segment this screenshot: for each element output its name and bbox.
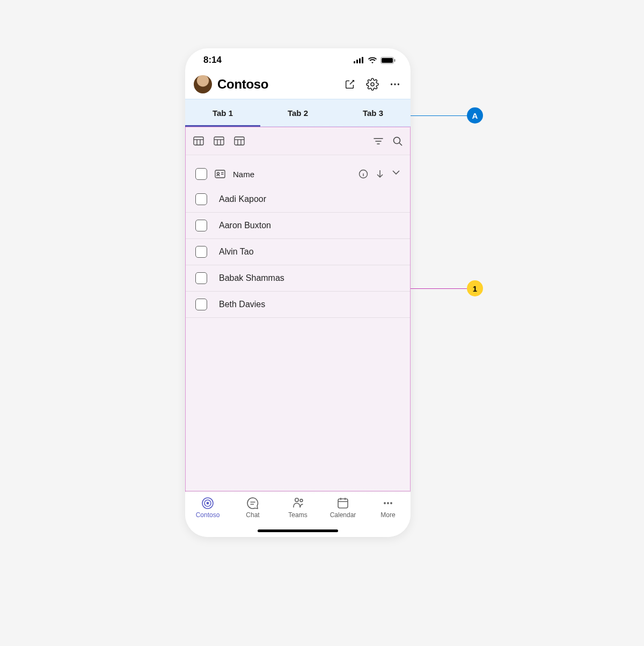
row-checkbox[interactable] — [195, 299, 207, 310]
tab-2[interactable]: Tab 2 — [260, 99, 335, 126]
svg-rect-43 — [338, 499, 348, 508]
row-name: Beth Davies — [219, 300, 265, 309]
svg-rect-1 — [356, 60, 358, 63]
chat-icon — [246, 496, 260, 510]
svg-rect-3 — [362, 57, 363, 63]
table-icon — [193, 136, 204, 146]
phone-frame: 8:14 Contoso Tab 1 Tab 2 Tab 3 — [185, 48, 411, 537]
list-section: Name Aadi Kapoor Aaron Buxton Alvin Tao — [186, 155, 410, 491]
nav-contoso[interactable]: Contoso — [185, 496, 230, 519]
nav-label: Chat — [246, 511, 259, 519]
svg-point-48 — [387, 502, 389, 504]
column-header-name[interactable]: Name — [233, 170, 254, 179]
nav-calendar[interactable]: Calendar — [320, 496, 365, 519]
svg-rect-2 — [359, 59, 361, 64]
svg-rect-5 — [382, 58, 393, 63]
list-item[interactable]: Beth Davies — [186, 292, 410, 318]
search-icon — [393, 136, 402, 146]
battery-icon — [380, 57, 396, 64]
view-grid-button-1[interactable] — [193, 136, 204, 146]
tab-3[interactable]: Tab 3 — [335, 99, 411, 126]
row-name: Aaron Buxton — [219, 221, 271, 230]
row-name: Babak Shammas — [219, 273, 284, 283]
view-grid-button-2[interactable] — [214, 136, 224, 146]
info-icon[interactable] — [358, 169, 368, 179]
row-checkbox[interactable] — [195, 220, 207, 231]
svg-point-42 — [300, 499, 303, 502]
open-external-button[interactable] — [343, 77, 357, 91]
teams-icon — [291, 496, 305, 510]
svg-point-41 — [295, 498, 298, 502]
nav-label: Teams — [288, 511, 307, 519]
more-icon — [389, 78, 401, 90]
svg-point-29 — [217, 172, 219, 175]
annotation-badge-a: A — [467, 107, 483, 124]
tab-bar: Tab 1 Tab 2 Tab 3 — [185, 99, 411, 127]
table-icon — [214, 136, 224, 146]
tab-label: Tab 2 — [288, 108, 308, 118]
settings-button[interactable] — [365, 77, 379, 91]
tab-label: Tab 3 — [363, 108, 383, 118]
avatar[interactable] — [194, 75, 212, 93]
svg-point-49 — [390, 502, 392, 504]
svg-point-7 — [371, 83, 374, 86]
open-external-icon — [344, 78, 356, 90]
svg-point-8 — [391, 83, 392, 85]
filter-button[interactable] — [374, 137, 383, 145]
status-time: 8:14 — [203, 55, 222, 66]
nav-label: Contoso — [196, 511, 220, 519]
chevron-down-icon[interactable] — [392, 169, 400, 176]
nav-more[interactable]: More — [365, 496, 411, 519]
list-item[interactable]: Aaron Buxton — [186, 213, 410, 239]
tab-1[interactable]: Tab 1 — [185, 99, 260, 126]
row-name: Alvin Tao — [219, 247, 254, 257]
svg-rect-15 — [214, 137, 224, 145]
contact-card-icon — [215, 170, 225, 178]
svg-point-10 — [398, 83, 399, 85]
tab-label: Tab 1 — [213, 108, 233, 118]
more-icon — [381, 496, 395, 510]
nav-label: Calendar — [330, 511, 356, 519]
content-region: Name Aadi Kapoor Aaron Buxton Alvin Tao — [185, 127, 411, 491]
svg-point-47 — [384, 502, 386, 504]
svg-rect-0 — [354, 61, 355, 63]
status-icons — [354, 57, 396, 64]
svg-point-26 — [394, 137, 400, 143]
home-indicator — [258, 529, 338, 532]
annotation-badge-1: 1 — [467, 280, 483, 296]
status-bar: 8:14 — [185, 48, 411, 72]
annotation-1: 1 — [411, 280, 483, 296]
svg-rect-19 — [235, 137, 244, 145]
app-title: Contoso — [217, 77, 338, 92]
row-name: Aadi Kapoor — [219, 194, 266, 204]
nav-teams[interactable]: Teams — [275, 496, 320, 519]
svg-rect-6 — [394, 59, 396, 62]
search-button[interactable] — [393, 136, 402, 146]
calendar-icon — [336, 496, 350, 510]
row-checkbox[interactable] — [195, 193, 207, 205]
list-item[interactable]: Babak Shammas — [186, 265, 410, 292]
list-header: Name — [186, 163, 410, 186]
app-header: Contoso — [185, 72, 411, 99]
view-toolbar — [186, 127, 410, 155]
wifi-icon — [368, 57, 377, 64]
nav-chat[interactable]: Chat — [230, 496, 275, 519]
contoso-icon — [201, 496, 215, 510]
gear-icon — [366, 78, 379, 91]
cellular-icon — [354, 57, 364, 63]
list-item[interactable]: Alvin Tao — [186, 239, 410, 265]
row-checkbox[interactable] — [195, 246, 207, 258]
more-button[interactable] — [388, 77, 402, 91]
filter-icon — [374, 137, 383, 145]
table-icon — [234, 136, 245, 146]
row-checkbox[interactable] — [195, 272, 207, 284]
svg-line-27 — [399, 143, 402, 146]
list-item[interactable]: Aadi Kapoor — [186, 186, 410, 213]
svg-point-9 — [394, 83, 396, 85]
nav-label: More — [380, 511, 395, 519]
sort-down-icon[interactable] — [376, 169, 384, 179]
annotation-a: A — [411, 107, 483, 124]
svg-rect-11 — [194, 137, 203, 145]
select-all-checkbox[interactable] — [195, 168, 207, 180]
view-grid-button-3[interactable] — [234, 136, 245, 146]
